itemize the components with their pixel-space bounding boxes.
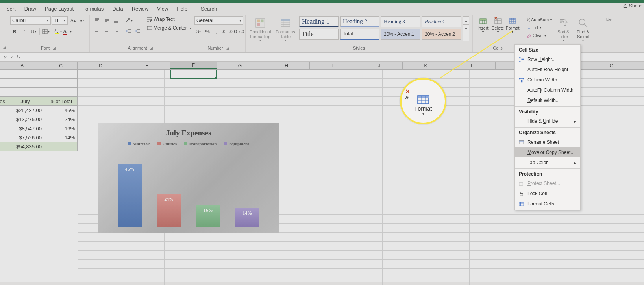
comma-format-button[interactable]: , [212, 27, 220, 36]
italic-button[interactable]: I [20, 27, 28, 36]
percent-format-button[interactable]: % [204, 27, 212, 36]
cell-r2-july[interactable]: $13,275.00 [6, 115, 44, 124]
menu-hide-unhide[interactable]: Hide & Unhide▸ [515, 116, 580, 126]
menu-row-height[interactable]: Row Height... [515, 54, 580, 65]
align-center-icon[interactable] [102, 27, 111, 36]
cell-total-pct[interactable] [44, 142, 78, 151]
number-format-combo[interactable]: General▾ [194, 16, 243, 25]
col-H[interactable]: H [263, 62, 310, 69]
cell-r1-july[interactable]: $25,487.00 [6, 106, 44, 115]
accounting-format-button[interactable]: $▾ [194, 27, 203, 36]
cell-r2-pct[interactable]: 24% [44, 115, 78, 124]
col-I[interactable]: I [310, 62, 356, 69]
align-top-icon[interactable] [93, 16, 102, 25]
menu-lock-cell[interactable]: Lock Cell [515, 189, 580, 199]
sort-filter-button[interactable]: Sort &Filter▾ [555, 16, 572, 43]
align-middle-icon[interactable] [102, 16, 111, 25]
cancel-formula-icon[interactable]: ✕ [4, 54, 7, 60]
col-K[interactable]: K [403, 62, 449, 69]
style-total[interactable]: Total [340, 29, 379, 40]
enter-formula-icon[interactable]: ✓ [11, 54, 13, 60]
cell-header-pct[interactable]: % of Total [44, 97, 78, 106]
gallery-spinner[interactable]: ▴▾▾ [463, 16, 469, 41]
cell-r1-pct[interactable]: 46% [44, 106, 78, 115]
increase-indent-icon[interactable] [134, 27, 142, 36]
fill-button[interactable]: Fill▾ [526, 24, 552, 31]
menu-default-width[interactable]: Default Width... [515, 95, 580, 105]
decrease-indent-icon[interactable] [124, 27, 133, 36]
alignment-dialog-launcher[interactable]: ◢ [150, 46, 153, 50]
col-E[interactable]: E [124, 62, 170, 69]
menu-autofit-column[interactable]: AutoFit Column Width [515, 85, 580, 95]
align-right-icon[interactable] [112, 27, 120, 36]
tab-review[interactable]: Review [132, 6, 149, 12]
cell-styles-gallery[interactable]: Heading 1 Heading 2 Heading 3 Heading 4 … [299, 16, 469, 41]
col-C[interactable]: C [44, 62, 78, 69]
menu-tab-color[interactable]: Tab Color▸ [515, 157, 580, 168]
menu-move-copy-sheet[interactable]: Move or Copy Sheet... [515, 147, 580, 157]
bold-button[interactable]: B [10, 27, 19, 36]
underline-button[interactable]: U▾ [29, 27, 38, 36]
menu-column-width[interactable]: Column Width... [515, 75, 580, 85]
col-D[interactable]: D [78, 62, 124, 69]
cell-r4-july[interactable]: $7,526.00 [6, 133, 44, 142]
col-J[interactable]: J [356, 62, 403, 69]
tab-draw[interactable]: Draw [24, 6, 36, 12]
align-bottom-icon[interactable] [112, 16, 120, 25]
cell-total-july[interactable]: $54,835.00 [6, 142, 44, 151]
col-G[interactable]: G [217, 62, 263, 69]
tab-data[interactable]: Data [112, 6, 123, 12]
style-heading2[interactable]: Heading 2 [340, 16, 379, 27]
format-as-table-button[interactable]: Format asTable▾ [274, 16, 297, 43]
style-heading1[interactable]: Heading 1 [299, 16, 339, 27]
tab-insert[interactable]: sert [7, 6, 16, 12]
col-L[interactable]: L [449, 62, 496, 69]
style-heading3[interactable]: Heading 3 [381, 16, 420, 27]
style-title[interactable]: Title [299, 29, 339, 40]
tab-formulas[interactable]: Formulas [82, 6, 104, 12]
merge-center-button[interactable]: Merge & Center ▾ [146, 25, 198, 31]
menu-format-cells[interactable]: Format Cells... [515, 199, 580, 209]
col-O[interactable]: O [588, 62, 635, 69]
col-B[interactable]: B [0, 62, 44, 69]
increase-font-icon[interactable]: A▴ [68, 16, 77, 25]
embedded-chart[interactable]: July Expenses Materials Utilities Transp… [98, 123, 279, 233]
fx-icon[interactable]: fx [17, 54, 20, 60]
tab-view[interactable]: View [157, 6, 168, 12]
font-name-combo[interactable]: Calibri▾ [10, 16, 51, 25]
font-dialog-launcher[interactable]: ◢ [53, 46, 56, 50]
cell-header-july[interactable]: July [6, 97, 44, 106]
find-select-button[interactable]: Find &Select▾ [575, 16, 591, 43]
col-F[interactable]: F [170, 62, 217, 69]
cell-r4-pct[interactable]: 14% [44, 133, 78, 142]
style-heading4[interactable]: Heading 4 [422, 16, 461, 27]
borders-button[interactable]: ▾ [41, 27, 50, 36]
autosum-button[interactable]: ∑AutoSum▾ [526, 16, 552, 23]
wrap-text-button[interactable]: Wrap Text [146, 16, 190, 22]
conditional-formatting-button[interactable]: ConditionalFormatting▾ [249, 16, 272, 43]
clipboard-dialog-launcher[interactable]: ◢ [3, 45, 6, 49]
font-size-combo[interactable]: 11▾ [52, 16, 68, 25]
search-box[interactable]: Search [198, 6, 217, 12]
cell-header-A[interactable]: es [0, 97, 6, 106]
tab-help[interactable]: Help [177, 6, 187, 12]
cell-r3-july[interactable]: $8,547.00 [6, 124, 44, 133]
fill-color-button[interactable]: ▾ [54, 27, 62, 36]
insert-cells-button[interactable]: Insert▾ [476, 16, 490, 34]
orientation-button[interactable]: ▾ [124, 16, 133, 25]
menu-autofit-row[interactable]: AutoFit Row Height [515, 65, 580, 75]
menu-rename-sheet[interactable]: Rename Sheet [515, 137, 580, 147]
number-dialog-launcher[interactable]: ◢ [226, 46, 229, 50]
font-color-button[interactable]: A▾ [63, 27, 72, 36]
align-left-icon[interactable] [93, 27, 102, 36]
clear-button[interactable]: Clear▾ [526, 32, 552, 39]
style-accent1[interactable]: 20% - Accent1 [381, 29, 420, 40]
tab-pagelayout[interactable]: Page Layout [45, 6, 74, 12]
delete-cells-button[interactable]: Delete▾ [491, 16, 505, 34]
style-accent2[interactable]: 20% - Accent2 [422, 29, 461, 40]
ideas-button[interactable]: Ide [605, 16, 612, 22]
cell-r3-pct[interactable]: 16% [44, 124, 78, 133]
share-button[interactable]: Share [623, 3, 642, 9]
decrease-decimal-button[interactable]: .00→.0 [233, 27, 242, 36]
decrease-font-icon[interactable]: A▾ [78, 16, 86, 25]
